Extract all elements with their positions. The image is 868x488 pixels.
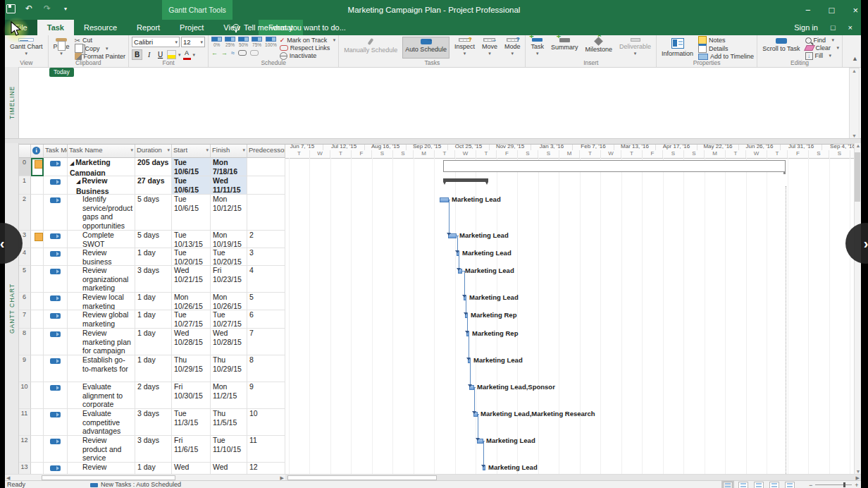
font-size-combo[interactable]: 12▾ [181,37,205,47]
row-number[interactable]: 1 [18,176,31,195]
scroll-up-icon[interactable]: ▲ [852,68,857,73]
duration-cell[interactable]: 27 days [135,176,172,195]
column-header-finish[interactable]: Finish▾ [211,143,247,158]
finish-cell[interactable]: Tue 11/10/15 [211,436,247,463]
zoom-in-icon[interactable]: + [855,482,858,488]
font-color-icon[interactable]: A [183,50,191,60]
indicator-cell[interactable] [31,463,44,474]
link-tasks-icon[interactable] [238,50,247,56]
predecessors-cell[interactable] [247,176,285,195]
find-button[interactable]: Find ▾ [805,37,840,44]
scroll-down-icon[interactable]: ▼ [852,133,857,138]
customize-qat-icon[interactable]: ▾ [61,4,70,13]
scroll-up-icon[interactable]: ▲ [856,143,861,148]
pane-splitter[interactable] [5,138,861,145]
row-number[interactable]: 9 [18,355,31,382]
task-mode-cell[interactable] [44,409,68,436]
task-name-cell[interactable]: Review [68,463,135,474]
predecessors-cell[interactable]: 4 [247,266,285,293]
task-usage-view-button[interactable] [738,482,748,488]
insert-summary-button[interactable]: Summary [549,37,581,59]
predecessors-cell[interactable]: 3 [247,248,285,266]
italic-button[interactable]: I [144,50,154,59]
expand-triangle-icon[interactable]: ◢ [76,178,80,185]
task-mode-cell[interactable] [44,158,68,176]
finish-cell[interactable]: Wed 10/28/15 [211,329,247,355]
scroll-down-icon[interactable]: ▼ [856,469,861,474]
expand-triangle-icon[interactable]: ◢ [70,160,74,166]
predecessors-cell[interactable] [247,195,285,231]
duration-cell[interactable]: 1 day [135,355,172,382]
duration-cell[interactable]: 5 days [135,231,172,248]
duration-cell[interactable]: 1 day [135,248,172,266]
row-number[interactable]: 12 [18,436,31,463]
finish-cell[interactable]: Mon 10/19/15 [211,231,247,248]
report-view-button[interactable] [785,482,795,488]
column-header-duration[interactable]: Duration▾ [135,143,172,158]
predecessors-cell[interactable] [247,158,285,176]
gantt-view-button[interactable] [723,482,733,488]
finish-cell[interactable]: Mon 7/18/16 [211,158,247,176]
percent-complete-75-button[interactable]: 75% [252,37,262,47]
start-cell[interactable]: Tue 10/6/15 [172,176,211,195]
task-name-cell[interactable]: Identify service/product gaps and opport… [68,195,135,231]
task-name-cell[interactable]: Review marketing plan for campaign [68,329,135,355]
start-cell[interactable]: Thu 10/29/15 [172,355,211,382]
unlink-tasks-icon[interactable] [250,50,259,56]
task-mode-cell[interactable] [44,176,68,195]
ribbon-display-options-icon[interactable]: □ [831,23,836,32]
duration-cell[interactable]: 1 day [135,293,172,310]
resource-sheet-view-button[interactable] [769,482,779,488]
percent-complete-0-button[interactable]: 0% [211,37,222,47]
task-name-cell[interactable]: Review product and service margins [68,436,135,463]
predecessors-cell[interactable]: 11 [247,436,285,463]
task-name-cell[interactable]: Review organizational marketing [68,266,135,293]
column-header-task-mode[interactable]: Task Mode▾ [44,143,68,158]
row-number[interactable]: 13 [18,463,31,474]
task-mode-cell[interactable] [44,266,68,293]
percent-complete-25-button[interactable]: 25% [225,37,235,47]
indicator-cell[interactable] [31,436,44,463]
indicator-cell[interactable] [31,158,44,176]
cut-button[interactable]: Cut [75,37,126,44]
indicator-cell[interactable] [31,293,44,310]
start-cell[interactable]: Mon 10/26/15 [172,293,211,310]
bold-button[interactable]: B [132,49,142,60]
undo-icon[interactable]: ↶ [24,4,34,13]
inspect-button[interactable]: ? Inspect▾ [452,37,477,59]
start-cell[interactable]: Tue 10/27/15 [172,310,211,329]
tab-resource[interactable]: Resource [74,20,127,35]
start-cell[interactable]: Tue 10/13/15 [172,231,211,248]
task-mode-cell[interactable] [44,436,68,463]
finish-cell[interactable]: Mon 10/26/15 [211,293,247,310]
timeline-pane[interactable] [5,67,861,138]
row-number[interactable]: 5 [18,266,31,293]
collapse-ribbon-icon[interactable]: ▲ [852,55,858,62]
predecessors-cell[interactable]: 5 [247,293,285,310]
start-cell[interactable]: Tue 10/20/15 [172,248,211,266]
duration-cell[interactable]: 1 day [135,329,172,355]
indicator-cell[interactable] [31,329,44,355]
duration-cell[interactable]: 2 days [135,382,172,409]
duration-cell[interactable]: 3 days [135,266,172,293]
gantt-scrollbar-thumb[interactable] [287,475,437,480]
duration-cell[interactable]: 5 days [135,195,172,231]
tab-project[interactable]: Project [170,20,213,35]
indicator-cell[interactable] [31,310,44,329]
zoom-out-icon[interactable]: − [809,482,812,488]
mode-button[interactable]: ? Mode▾ [502,37,523,59]
finish-cell[interactable]: Wed [211,463,247,474]
start-cell[interactable]: Wed 10/28/15 [172,329,211,355]
summary-bracket-bar[interactable] [443,178,488,182]
fill-button[interactable]: ↓Fill ▾ [805,52,840,60]
new-tasks-mode[interactable]: New Tasks : Auto Scheduled [90,481,181,488]
notes-button[interactable]: Notes [698,37,754,44]
gantt-chart-area[interactable]: Jun 7, '15Jul 12, '15Aug 16, '15Sep 20, … [285,143,854,474]
predecessors-cell[interactable]: 6 [247,310,285,329]
insert-milestone-button[interactable]: Milestone [583,37,615,59]
minimize-button[interactable]: − [805,5,811,16]
summary-task-bar[interactable] [443,160,786,172]
task-mode-cell[interactable] [44,248,68,266]
predecessors-cell[interactable]: 9 [247,382,285,409]
indicator-cell[interactable] [31,266,44,293]
